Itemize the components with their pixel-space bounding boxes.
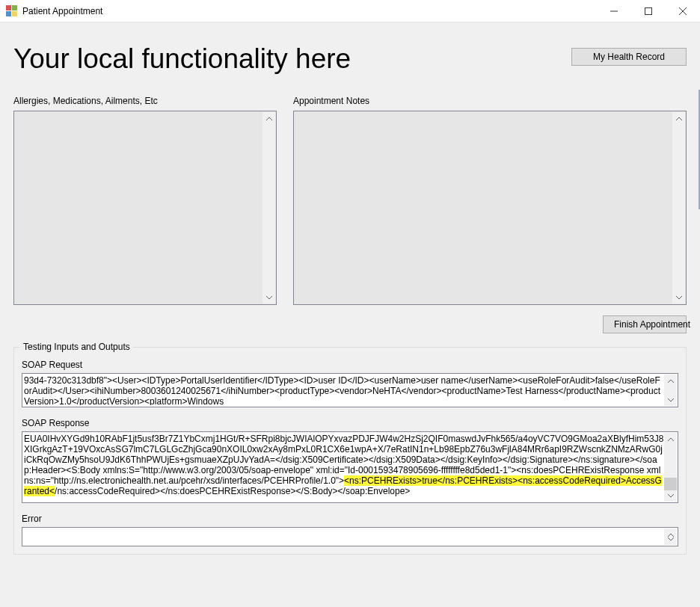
soap-response-post: /ns:accessCodeRequired></ns:doesPCEHRExi…	[55, 486, 410, 496]
error-value	[24, 529, 664, 544]
scrollbar[interactable]	[664, 529, 677, 545]
maximize-button[interactable]	[631, 0, 666, 22]
minimize-button[interactable]	[597, 0, 631, 22]
scroll-down-icon[interactable]	[262, 291, 275, 304]
scroll-up-icon[interactable]	[664, 375, 677, 387]
soap-request-textarea[interactable]: 93d4-7320c313dbf8"><User><IDType>PortalU…	[22, 373, 678, 407]
soap-response-textarea[interactable]: EUA0IHvXYGd9h10RAbF1jt5usf3Br7Z1YbCxmj1H…	[22, 431, 678, 503]
appointment-notes-label: Appointment Notes	[293, 96, 687, 106]
my-health-record-button[interactable]: My Health Record	[571, 48, 687, 66]
error-label: Error	[22, 514, 678, 524]
window-title: Patient Appointment	[22, 6, 102, 16]
soap-request-value: 93d4-7320c313dbf8"><User><IDType>PortalU…	[24, 375, 664, 405]
svg-rect-1	[645, 7, 652, 14]
scrollbar[interactable]	[664, 375, 677, 406]
scroll-down-icon[interactable]	[664, 393, 677, 406]
finish-appointment-button[interactable]: Finish Appointment	[603, 315, 687, 333]
client-area: Your local functionality here My Health …	[0, 22, 700, 607]
scroll-up-icon[interactable]	[262, 112, 275, 125]
allergies-textarea[interactable]	[13, 111, 277, 305]
scroll-down-icon[interactable]	[664, 532, 677, 545]
scrollbar[interactable]	[262, 112, 275, 304]
soap-response-label: SOAP Response	[22, 418, 678, 428]
scroll-up-icon[interactable]	[664, 433, 677, 446]
scroll-down-icon[interactable]	[664, 489, 677, 502]
app-icon	[6, 5, 18, 17]
testing-legend: Testing Inputs and Outputs	[20, 342, 133, 352]
window-titlebar: Patient Appointment	[0, 0, 700, 22]
scroll-up-icon[interactable]	[672, 112, 685, 125]
close-button[interactable]	[666, 0, 700, 22]
appointment-notes-textarea[interactable]	[293, 111, 687, 305]
error-textarea[interactable]	[22, 527, 678, 546]
soap-response-value: EUA0IHvXYGd9h10RAbF1jt5usf3Br7Z1YbCxmj1H…	[24, 434, 664, 501]
page-title: Your local functionality here	[13, 43, 571, 75]
scroll-down-icon[interactable]	[672, 291, 685, 304]
allergies-label: Allergies, Medications, Ailments, Etc	[13, 96, 277, 106]
testing-groupbox: Testing Inputs and Outputs SOAP Request …	[13, 347, 687, 555]
soap-request-label: SOAP Request	[22, 360, 678, 370]
scrollbar[interactable]	[672, 112, 685, 304]
scrollbar[interactable]	[664, 433, 677, 502]
